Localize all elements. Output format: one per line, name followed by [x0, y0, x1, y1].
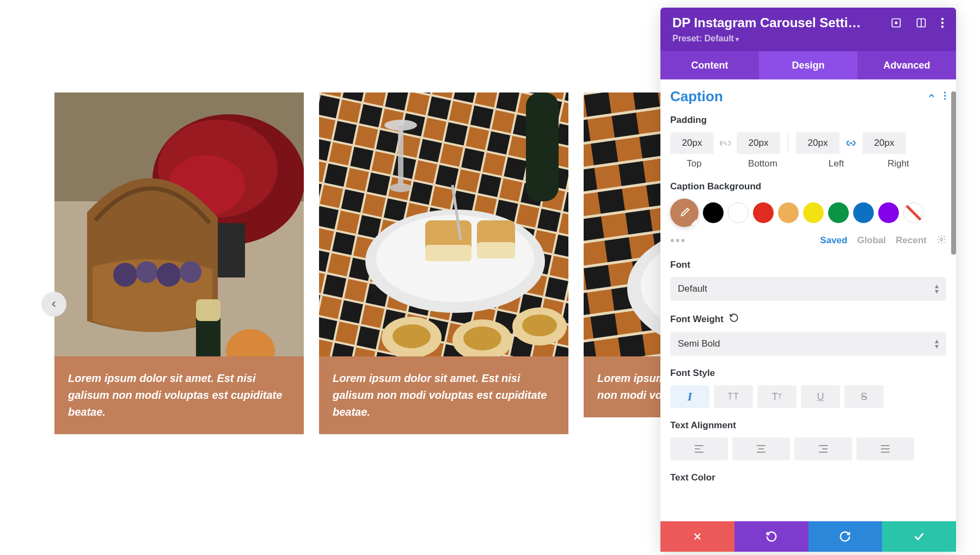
svg-point-37 [522, 314, 557, 336]
svg-point-8 [157, 263, 181, 287]
carousel-prev-button[interactable] [41, 292, 66, 317]
style-smallcaps-button[interactable]: TT [757, 385, 797, 408]
card-caption: Lorem ipsum dolor sit amet. Est nisi gal… [319, 356, 568, 434]
padding-label: Padding [670, 115, 946, 126]
color-swatch[interactable] [753, 202, 774, 223]
close-button[interactable] [660, 521, 734, 552]
tab-content[interactable]: Content [660, 51, 759, 79]
svg-rect-23 [398, 125, 403, 185]
carousel-card: Lorem ipsum dolor sit amet. Est nisi gal… [54, 92, 304, 434]
redo-button[interactable] [808, 521, 883, 552]
svg-line-60 [724, 141, 727, 145]
svg-rect-12 [196, 299, 220, 321]
color-swatch[interactable] [778, 202, 799, 223]
panel-body: Caption Padding Top Bottom Left [660, 79, 956, 521]
more-icon[interactable] [941, 17, 944, 28]
font-select[interactable]: Default ▴▾ [670, 277, 946, 301]
svg-point-33 [393, 324, 431, 348]
color-tab-global[interactable]: Global [857, 235, 886, 246]
text-color-label: Text Color [670, 472, 946, 483]
style-italic-button[interactable]: I [670, 385, 709, 408]
font-value: Default [678, 283, 707, 294]
color-swatch[interactable] [728, 202, 749, 223]
tab-advanced[interactable]: Advanced [857, 51, 956, 79]
padding-bottom-label: Bottom [733, 158, 792, 169]
font-weight-select[interactable]: Semi Bold ▴▾ [670, 332, 946, 356]
panel-tabs: Content Design Advanced [660, 51, 956, 79]
preset-selector[interactable]: Preset: Default [672, 34, 944, 44]
color-picker-button[interactable] [670, 199, 699, 227]
padding-top-label: Top [670, 158, 718, 169]
tab-design[interactable]: Design [759, 51, 857, 79]
padding-left-label: Left [812, 158, 861, 169]
link-toggle-vertical[interactable] [717, 135, 733, 151]
align-center-button[interactable] [732, 437, 790, 460]
scrollbar[interactable] [951, 91, 956, 255]
color-swatch[interactable] [853, 202, 874, 223]
panel-title: DP Instagram Carousel Setti… [672, 15, 861, 30]
svg-point-9 [180, 261, 201, 283]
style-strikethrough-button[interactable]: S [844, 385, 884, 408]
align-justify-button[interactable] [856, 437, 914, 460]
select-arrows-icon: ▴▾ [935, 338, 939, 349]
card-image [319, 92, 568, 356]
reset-icon[interactable] [729, 313, 739, 325]
svg-point-6 [113, 263, 137, 287]
color-more-icon[interactable]: ••• [670, 233, 686, 248]
font-weight-value: Semi Bold [678, 338, 720, 349]
style-uppercase-button[interactable]: TT [714, 385, 753, 408]
card-image [54, 92, 304, 356]
svg-point-24 [390, 183, 412, 192]
text-align-label: Text Alignment [670, 420, 946, 431]
responsive-icon[interactable] [891, 17, 902, 28]
color-swatch[interactable] [828, 202, 849, 223]
svg-point-59 [944, 98, 946, 100]
section-title[interactable]: Caption [670, 88, 723, 105]
carousel-card: Lorem ipsum dolor sit amet. Est nisi gal… [319, 92, 568, 434]
font-weight-label: Font Weight [670, 313, 946, 325]
color-swatches [670, 199, 946, 227]
color-swatch[interactable] [878, 202, 899, 223]
font-style-label: Font Style [670, 368, 946, 379]
padding-left-input[interactable] [796, 132, 840, 154]
color-swatch[interactable] [803, 202, 824, 223]
svg-rect-28 [425, 245, 471, 261]
settings-panel: DP Instagram Carousel Setti… Preset: Def… [660, 8, 956, 552]
svg-point-7 [136, 261, 158, 283]
layout-icon[interactable] [916, 17, 927, 28]
svg-point-51 [895, 22, 897, 23]
padding-right-label: Right [874, 158, 923, 169]
padding-bottom-input[interactable] [737, 132, 780, 154]
color-settings-icon[interactable] [936, 235, 946, 247]
select-arrows-icon: ▴▾ [935, 283, 939, 294]
color-tab-recent[interactable]: Recent [896, 235, 927, 246]
link-toggle-horizontal[interactable] [843, 135, 859, 151]
section-more-icon[interactable] [944, 91, 946, 103]
svg-rect-21 [526, 92, 559, 201]
undo-button[interactable] [734, 521, 808, 552]
svg-point-55 [941, 22, 944, 24]
caption-bg-label: Caption Background [670, 181, 946, 192]
svg-rect-30 [477, 242, 515, 258]
panel-header: DP Instagram Carousel Setti… Preset: Def… [660, 8, 956, 51]
svg-point-56 [941, 26, 944, 28]
color-tab-saved[interactable]: Saved [820, 235, 847, 246]
collapse-icon[interactable] [927, 91, 936, 102]
card-caption: Lorem ipsum dolor sit amet. Est nisi gal… [54, 356, 304, 434]
svg-point-35 [463, 326, 501, 350]
padding-top-input[interactable] [670, 132, 714, 154]
panel-footer [660, 521, 956, 552]
align-left-button[interactable] [670, 437, 728, 460]
save-button[interactable] [882, 521, 956, 552]
svg-point-61 [940, 238, 943, 240]
font-label: Font [670, 260, 946, 270]
svg-point-58 [944, 95, 946, 96]
padding-right-input[interactable] [862, 132, 906, 154]
color-swatch[interactable] [703, 202, 724, 223]
svg-point-54 [941, 18, 944, 20]
color-swatch-none[interactable] [903, 202, 924, 223]
align-right-button[interactable] [794, 437, 852, 460]
svg-point-57 [944, 91, 946, 93]
style-underline-button[interactable]: U [801, 385, 840, 408]
